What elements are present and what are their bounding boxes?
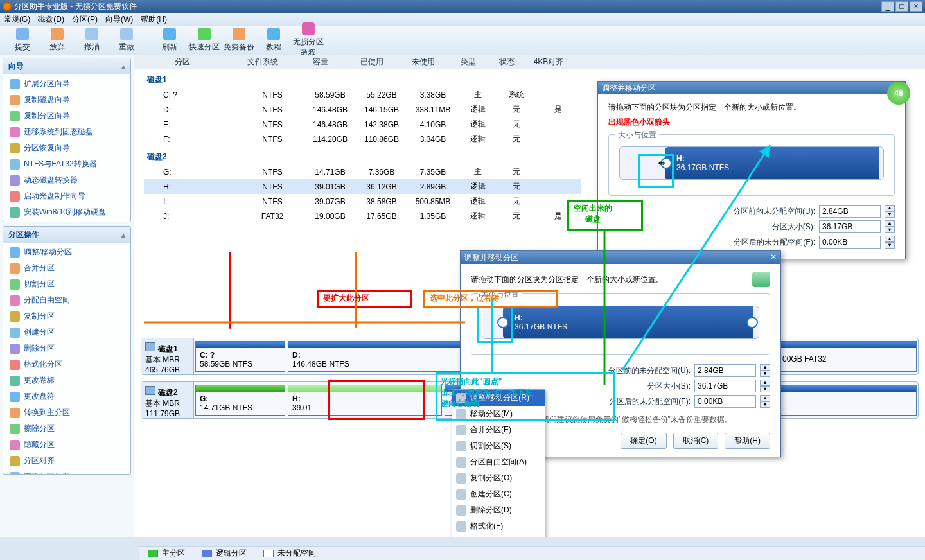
col-7[interactable]: 4KB对齐 xyxy=(526,57,571,67)
col-0[interactable]: 分区 xyxy=(134,57,231,67)
sidebar-item[interactable]: 更改分区类型 xyxy=(3,469,130,474)
toolbar-label: 撤消 xyxy=(75,42,109,53)
sidebar-item[interactable]: 更改卷标 xyxy=(3,372,130,389)
sidebar-item-icon xyxy=(10,79,20,89)
toolbar-放弃[interactable]: 放弃 xyxy=(40,28,75,53)
partition-segment[interactable]: H:39.01 xyxy=(288,385,442,416)
sidebar-item[interactable]: 合并分区 xyxy=(3,260,130,276)
resize-slider[interactable]: H: 36.17GB NTFS xyxy=(482,306,759,339)
sidebar-item-label: 格式化分区 xyxy=(24,359,62,370)
dialog-close-icon[interactable]: ✕ xyxy=(770,252,777,263)
partition-segment[interactable]: C: ?58.59GB NTFS xyxy=(195,341,285,372)
sidebar-item[interactable]: 调整/移动分区 xyxy=(3,244,130,260)
ctx-item[interactable]: 删除分区(D) xyxy=(452,502,545,518)
toolbar-提交[interactable]: 提交 xyxy=(5,28,40,53)
sidebar-item[interactable]: 格式化分区 xyxy=(3,356,130,372)
col-5[interactable]: 类型 xyxy=(449,57,488,67)
sidebar-item-label: 切割分区 xyxy=(24,279,55,290)
slider-handle-left[interactable] xyxy=(497,317,509,328)
sidebar-item[interactable]: 动态磁盘转换器 xyxy=(3,172,130,188)
sidebar-item[interactable]: 转换到主分区 xyxy=(3,405,130,421)
menu-general[interactable]: 常规(G) xyxy=(4,14,30,25)
menu-wizard[interactable]: 向导(W) xyxy=(105,14,133,25)
sidebar-item[interactable]: 擦除分区 xyxy=(3,421,130,437)
table-row[interactable]: F:NTFS114.20GB110.86GB3.34GB逻辑无 xyxy=(144,132,581,146)
spin-up[interactable]: ▴ xyxy=(885,205,895,211)
slider-handle-right[interactable] xyxy=(746,317,758,328)
col-2[interactable]: 容量 xyxy=(295,57,346,67)
menu-partition[interactable]: 分区(P) xyxy=(72,14,98,25)
toolbar-无损分区教程[interactable]: 无损分区教程 xyxy=(291,22,326,58)
disk-bar-label: 磁盘1基本 MBR465.76GB xyxy=(141,338,194,374)
collapse-icon[interactable]: ▴ xyxy=(121,62,125,71)
input-size[interactable] xyxy=(694,380,756,392)
toolbar-重做[interactable]: 重做 xyxy=(109,28,144,53)
table-row[interactable]: I:NTFS39.07GB38.58GB500.85MB逻辑无 xyxy=(144,194,581,209)
sidebar-item[interactable]: 分区恢复向导 xyxy=(3,140,130,156)
ctx-item[interactable]: 分区自由空间(A) xyxy=(452,454,545,470)
ctx-item[interactable]: 合并分区(E) xyxy=(452,422,545,438)
input-before[interactable] xyxy=(694,364,756,377)
table-row[interactable]: G:NTFS14.71GB7.36GB7.35GB主无 xyxy=(144,164,581,179)
col-6[interactable]: 状态 xyxy=(488,57,526,67)
toolbar-撤消[interactable]: 撤消 xyxy=(75,28,109,53)
table-row[interactable]: C: ?NTFS58.59GB55.22GB3.38GB主系统 xyxy=(144,87,581,102)
maximize-button[interactable]: □ xyxy=(895,1,908,12)
input-after[interactable] xyxy=(694,395,756,408)
col-3[interactable]: 已使用 xyxy=(346,57,398,67)
ctx-item[interactable]: 创建分区(C) xyxy=(452,486,545,502)
help-button[interactable]: 帮助(H) xyxy=(725,433,770,449)
sidebar-item[interactable]: 隐藏分区 xyxy=(3,437,130,453)
col-4[interactable]: 未使用 xyxy=(398,57,449,67)
sidebar-item[interactable]: 启动光盘制作向导 xyxy=(3,188,130,204)
table-row[interactable]: J:FAT3219.00GB17.65GB1.35GB逻辑无是 xyxy=(144,209,581,223)
partition-segment[interactable]: G:14.71GB NTFS xyxy=(195,385,285,416)
ctx-item[interactable]: 切割分区(S) xyxy=(452,438,545,454)
col-1[interactable]: 文件系统 xyxy=(231,57,295,67)
partition-segment[interactable]: D:146.48GB NTFS xyxy=(288,341,480,372)
spin-down[interactable]: ▾ xyxy=(885,211,895,218)
table-row[interactable]: D:NTFS146.48GB146.15GB338.11MB逻辑无是 xyxy=(144,102,581,117)
sidebar-item[interactable]: 复制分区向导 xyxy=(3,108,130,124)
sidebar-item[interactable]: 更改盘符 xyxy=(3,389,130,405)
sidebar-item[interactable]: 切割分区 xyxy=(3,276,130,292)
sidebar-item[interactable]: 复制磁盘向导 xyxy=(3,92,130,108)
sidebar-item[interactable]: 分区对齐 xyxy=(3,453,130,469)
ctx-item[interactable]: 移动分区(M) xyxy=(452,406,545,422)
ctx-icon xyxy=(456,457,466,468)
close-button[interactable]: × xyxy=(910,1,922,12)
ctx-item[interactable]: 格式化(F) xyxy=(452,518,545,534)
menu-disk[interactable]: 磁盘(D) xyxy=(38,14,64,25)
resize-slider[interactable]: ⇔ H: 36.17GB NTFS xyxy=(619,146,884,180)
menu-help[interactable]: 帮助(H) xyxy=(141,14,167,25)
input-size[interactable] xyxy=(819,220,881,233)
sidebar-item[interactable]: 创建分区 xyxy=(3,324,130,340)
context-menu[interactable]: 调整/移动分区(R)移动分区(M)合并分区(E)切割分区(S)分区自由空间(A)… xyxy=(452,389,545,537)
sidebar-item[interactable]: 扩展分区向导 xyxy=(3,76,130,92)
ctx-item[interactable]: 设置卷标(L) xyxy=(452,534,545,537)
sidebar-item[interactable]: 删除分区 xyxy=(3,340,130,356)
dialog-instruction: 请拖动下面的分区块为分区指定一个新的大小或新位置。 xyxy=(471,274,664,285)
ctx-item[interactable]: 复制分区(O) xyxy=(452,470,545,486)
toolbar-快速分区[interactable]: 快速分区 xyxy=(187,28,222,53)
sidebar-item[interactable]: 安装Win8/10到移动硬盘 xyxy=(3,204,130,220)
input-before[interactable] xyxy=(819,205,881,218)
cancel-button[interactable]: 取消(C) xyxy=(673,433,719,449)
ctx-item[interactable]: 调整/移动分区(R) xyxy=(452,390,545,406)
ok-button[interactable]: 确定(O) xyxy=(621,433,666,449)
table-row[interactable]: E:NTFS146.48GB142.38GB4.10GB逻辑无 xyxy=(144,117,581,132)
minimize-button[interactable]: _ xyxy=(881,1,894,12)
sidebar-item[interactable]: 分配自由空间 xyxy=(3,292,130,308)
toolbar-教程[interactable]: 教程 xyxy=(256,28,291,53)
collapse-icon[interactable]: ▴ xyxy=(121,231,125,240)
input-after[interactable] xyxy=(819,236,881,249)
toolbar-刷新[interactable]: 刷新 xyxy=(152,28,187,53)
table-row[interactable]: H:NTFS39.01GB36.12GB2.89GB逻辑无 xyxy=(144,179,581,194)
toolbar-免费备份[interactable]: 免费备份 xyxy=(222,28,256,53)
sidebar-item[interactable]: 复制分区 xyxy=(3,308,130,324)
sidebar-item-icon xyxy=(10,440,20,450)
toolbar-icon xyxy=(85,28,98,40)
sidebar-item[interactable]: 迁移系统到固态磁盘 xyxy=(3,124,130,140)
ctx-icon xyxy=(456,441,466,451)
sidebar-item[interactable]: NTFS与FAT32转换器 xyxy=(3,156,130,172)
